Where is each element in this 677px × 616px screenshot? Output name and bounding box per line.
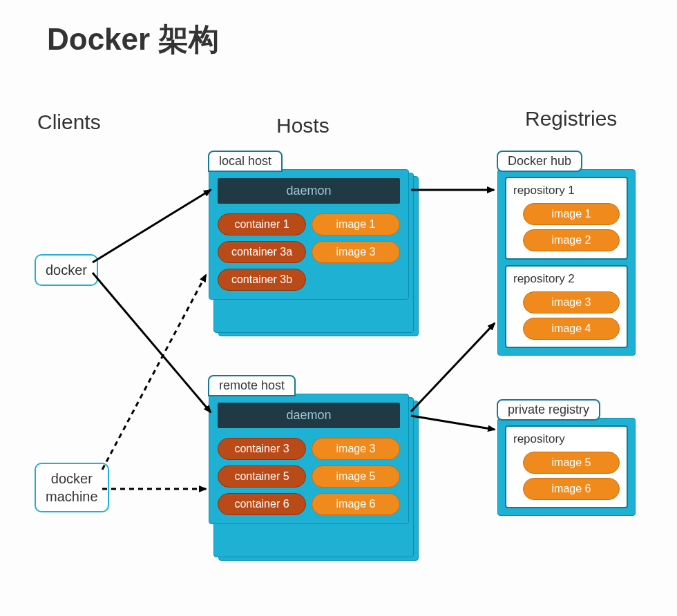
arrow-docker-to-remote — [93, 273, 211, 412]
arrow-docker-to-local — [93, 190, 211, 262]
arrow-remote-to-private — [411, 416, 495, 430]
image-pill: image 6 — [312, 493, 400, 515]
repo-box: repository 1 image 1 image 2 — [505, 177, 628, 260]
image-pill: image 3 — [523, 291, 620, 314]
registry-private-tab: private registry — [497, 399, 600, 421]
image-pill: image 1 — [523, 203, 620, 225]
repo-box: repository 2 image 3 image 4 — [505, 265, 628, 348]
host-local: local host daemon container 1 image 1 co… — [209, 169, 409, 300]
registry-hub-tab: Docker hub — [497, 151, 582, 172]
client-docker: docker — [35, 254, 98, 286]
image-pill: image 2 — [523, 229, 620, 251]
client-docker-machine: docker machine — [35, 463, 109, 512]
image-pill: image 6 — [523, 478, 620, 500]
column-header-hosts: Hosts — [276, 114, 330, 137]
host-remote: remote host daemon container 3 image 3 c… — [209, 394, 409, 524]
registry-hub: Docker hub repository 1 image 1 image 2 … — [497, 169, 636, 356]
page-title: Docker 架构 — [47, 19, 219, 60]
repo-label: repository 1 — [513, 184, 620, 198]
container-pill: container 5 — [218, 465, 306, 488]
daemon-bar-remote: daemon — [218, 403, 400, 428]
container-pill: container 3 — [218, 438, 306, 460]
host-remote-tab: remote host — [208, 375, 296, 396]
image-pill: image 5 — [312, 465, 400, 488]
registry-private: private registry repository image 5 imag… — [497, 418, 636, 516]
repo-label: repository — [513, 432, 620, 446]
container-pill: container 3a — [218, 241, 306, 263]
image-pill: image 4 — [523, 318, 620, 340]
repo-box: repository image 5 image 6 — [505, 425, 628, 508]
container-pill: container 3b — [218, 269, 306, 291]
arrow-machine-to-local — [102, 275, 206, 470]
column-header-registries: Registries — [525, 107, 617, 131]
container-pill: container 1 — [218, 213, 306, 235]
container-pill: container 6 — [218, 493, 306, 515]
image-pill: image 1 — [312, 213, 400, 235]
image-pill: image 3 — [312, 241, 400, 263]
image-pill: image 5 — [523, 452, 620, 474]
image-pill: image 3 — [312, 438, 400, 460]
arrow-remote-to-hub — [411, 323, 495, 412]
host-local-tab: local host — [208, 151, 283, 172]
repo-label: repository 2 — [513, 272, 620, 286]
daemon-bar-local: daemon — [218, 178, 400, 204]
column-header-clients: Clients — [37, 110, 101, 134]
